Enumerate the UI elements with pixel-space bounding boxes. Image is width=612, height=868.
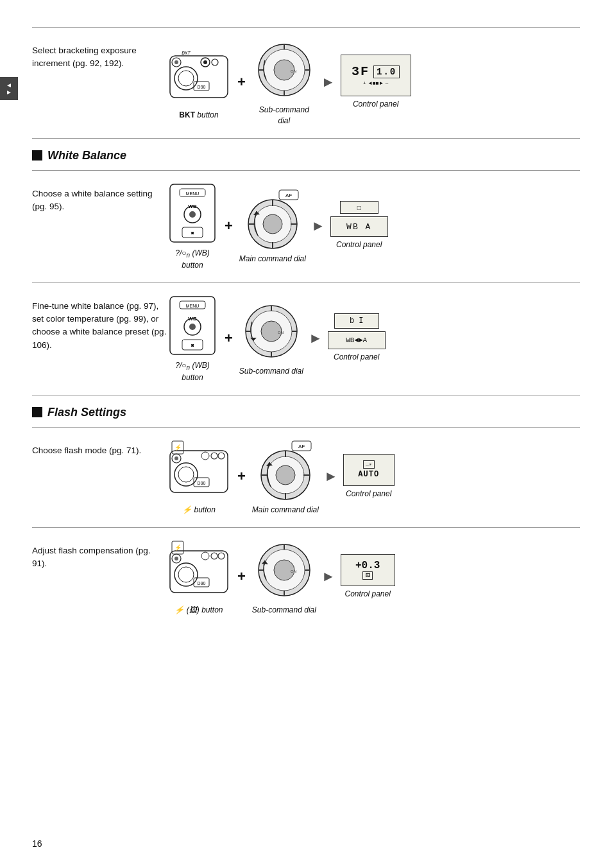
- flash-title: Flash Settings: [47, 406, 126, 419]
- flash-row2: Adjust flash compensation (pg. 91). ⚡ D9…: [32, 538, 580, 616]
- plus-5: +: [237, 568, 246, 585]
- top-divider: [32, 27, 580, 28]
- bkt-button-unit: D90 BKT BKT button: [167, 43, 231, 121]
- divider-3: [32, 282, 580, 283]
- svg-text:ON: ON: [278, 331, 284, 334]
- cp-bracketing-caption: Control panel: [353, 99, 398, 110]
- main-cmd-dial-unit-2: AF Main command dial: [252, 438, 319, 516]
- svg-point-59: [201, 452, 209, 460]
- cp-wb2-content: WB◄►A: [346, 336, 367, 344]
- svg-text:BKT: BKT: [182, 51, 191, 55]
- svg-point-81: [201, 552, 209, 560]
- svg-point-82: [211, 553, 217, 559]
- svg-text:MENU: MENU: [186, 304, 200, 308]
- wb-btn-unit-1: MENU WB ◙ ?/○n (WB)button: [167, 181, 218, 271]
- wb-btn-illus-2: MENU WB ◙: [167, 293, 218, 358]
- cp-wb1-caption: Control panel: [336, 239, 382, 250]
- svg-point-65: [174, 456, 178, 460]
- plus-2: +: [225, 218, 233, 234]
- svg-point-61: [218, 453, 225, 459]
- bracketing-row: Select bracketing exposure increment (pg…: [32, 38, 580, 126]
- svg-point-10: [174, 60, 178, 64]
- svg-point-60: [211, 453, 217, 459]
- wb-btn-caption-2: ?/○n (WB)button: [175, 360, 209, 383]
- svg-point-79: [174, 563, 198, 586]
- wb-row1: Choose a white balance setting (pg. 95).…: [32, 181, 580, 271]
- cp-flash2-sub: 🖼: [362, 571, 373, 580]
- svg-text:MENU: MENU: [186, 191, 200, 196]
- flash-row1-visuals: ⚡ D90 ⚡ button +: [167, 438, 580, 516]
- wb-btn-illus-1: MENU WB ◙: [167, 181, 218, 245]
- sub-cmd-dial-unit-2: ON Sub-command dial: [239, 299, 303, 377]
- flash-btn-unit-1: ⚡ D90 ⚡ button: [167, 438, 231, 516]
- svg-text:◙: ◙: [191, 343, 194, 347]
- svg-point-6: [203, 60, 207, 64]
- flash-btn-caption-1: ⚡ button: [182, 505, 216, 516]
- sub-cmd-caption-2: Sub-command dial: [239, 366, 303, 377]
- svg-text:⚡: ⚡: [174, 444, 182, 451]
- svg-point-7: [212, 59, 218, 65]
- main-cmd-caption-1: Main command dial: [239, 254, 306, 265]
- bkt-button-illus: D90 BKT: [167, 43, 231, 107]
- cp-bracketing: 3F 1.0 + ◄■■► –: [341, 55, 411, 96]
- divider-4: [32, 395, 580, 395]
- svg-point-2: [178, 71, 194, 86]
- main-cmd-dial-illus-1: AF: [241, 187, 305, 251]
- svg-point-83: [218, 553, 225, 559]
- svg-point-42: [189, 324, 196, 330]
- svg-point-87: [174, 557, 178, 560]
- wb-row2: Fine-tune white balance (pg. 97), set co…: [32, 293, 580, 383]
- flash-section-header: Flash Settings: [32, 406, 580, 419]
- flash-row1-desc: Choose flash mode (pg. 71).: [32, 438, 167, 457]
- sub-cmd-dial-illus-1: ON: [252, 38, 316, 102]
- cp-wb2-caption: Control panel: [334, 352, 379, 363]
- sub-cmd-dial-unit-3: ON Sub-command dial: [252, 538, 316, 616]
- sub-cmd-caption-3: Sub-command dial: [252, 605, 316, 616]
- divider-2: [32, 170, 580, 171]
- flash-row2-desc: Adjust flash compensation (pg. 91).: [32, 538, 167, 571]
- arrow-5: ►: [321, 568, 336, 585]
- svg-point-31: [263, 214, 282, 234]
- svg-point-1: [174, 67, 198, 90]
- flash-icon: [32, 407, 42, 417]
- divider-5: [32, 427, 580, 428]
- flash-row2-visuals: ⚡ D90 ⚡ (🖼) button +: [167, 538, 580, 616]
- divider-1: [32, 138, 580, 139]
- sub-cmd-dial-illus-2: ON: [239, 299, 303, 363]
- cp-flash1-content: AUTO: [358, 470, 379, 479]
- flash-btn-caption-2: ⚡ (🖼) button: [174, 605, 223, 616]
- wb-section-header: White Balance: [32, 149, 580, 162]
- page-container: ◄► Select bracketing exposure increment …: [0, 0, 612, 868]
- svg-text:D90: D90: [198, 481, 206, 485]
- wb-title: White Balance: [47, 149, 126, 162]
- main-cmd-caption-2: Main command dial: [252, 505, 319, 516]
- bracketing-description: Select bracketing exposure increment (pg…: [32, 38, 167, 71]
- svg-text:ON: ON: [291, 69, 296, 73]
- arrow-4: ►: [324, 468, 338, 485]
- cp-wb2-top: b I: [350, 317, 364, 326]
- tab-marker: ◄►: [0, 77, 18, 100]
- svg-text:AF: AF: [285, 193, 292, 198]
- wb-row2-desc: Fine-tune white balance (pg. 97), set co…: [32, 293, 167, 352]
- flash-btn-illus-1: ⚡ D90: [167, 438, 231, 502]
- svg-point-58: [178, 467, 194, 482]
- arrow-3: ►: [309, 330, 323, 347]
- cp-unit-wb2: b I WB◄►A Control panel: [328, 313, 386, 363]
- flash-btn-unit-2: ⚡ D90 ⚡ (🖼) button: [167, 538, 231, 616]
- svg-text:ON: ON: [291, 569, 296, 573]
- cp-unit-flash1: —⚡ AUTO Control panel: [343, 454, 395, 499]
- cp-flash2-content: +0.3: [355, 560, 380, 571]
- sub-cmd-dial-unit-1: ON Sub-commanddial: [252, 38, 316, 126]
- main-cmd-dial-illus-2: AF: [253, 438, 318, 502]
- main-cmd-dial-unit-1: AF Main command dial: [239, 187, 306, 265]
- control-panel-unit-1: 3F 1.0 + ◄■■► – Control panel: [341, 55, 411, 110]
- svg-point-57: [174, 463, 198, 486]
- bracketing-visuals: D90 BKT BKT button +: [167, 38, 580, 126]
- cp-wb1-icon: □: [357, 204, 361, 211]
- svg-point-24: [189, 211, 196, 218]
- arrow-1: ►: [321, 74, 336, 91]
- page-number: 16: [32, 838, 42, 849]
- flash-btn-illus-2: ⚡ D90: [167, 538, 231, 602]
- wb-row1-desc: Choose a white balance setting (pg. 95).: [32, 181, 167, 214]
- svg-text:D90: D90: [198, 581, 206, 586]
